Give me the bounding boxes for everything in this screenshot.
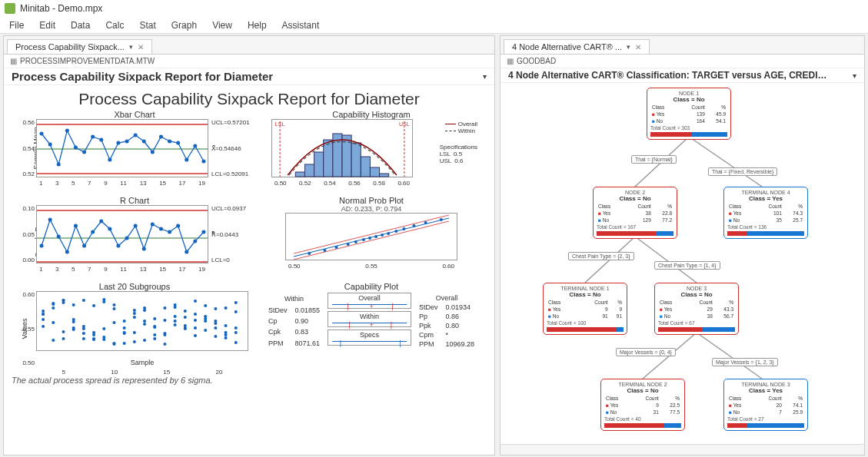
svg-point-57 bbox=[185, 250, 188, 254]
svg-point-172 bbox=[224, 333, 228, 336]
menu-assistant[interactable]: Assistant bbox=[274, 18, 328, 32]
last20-chart: Last 20 Subgroups Values 0.600.550.50 51… bbox=[12, 282, 258, 373]
tab-capability[interactable]: Process Capability Sixpack... ▾ ✕ bbox=[7, 39, 152, 54]
svg-point-140 bbox=[163, 333, 166, 336]
hist-title: Capability Histogram bbox=[264, 110, 479, 119]
worksheet-name: GOODBAD bbox=[517, 57, 556, 65]
cart-title: 4 Node Alternative CART® Classification:… bbox=[508, 70, 831, 81]
svg-point-3 bbox=[40, 132, 44, 136]
svg-point-53 bbox=[151, 223, 155, 227]
menu-graph[interactable]: Graph bbox=[164, 18, 205, 32]
rchart-title: R Chart bbox=[12, 196, 258, 205]
svg-point-51 bbox=[134, 224, 138, 228]
svg-point-171 bbox=[224, 336, 228, 339]
svg-point-56 bbox=[176, 224, 180, 228]
svg-point-155 bbox=[194, 319, 197, 322]
chevron-down-icon[interactable]: ▾ bbox=[129, 43, 133, 51]
menu-data[interactable]: Data bbox=[63, 18, 98, 32]
svg-point-100 bbox=[82, 332, 85, 335]
menu-calc[interactable]: Calc bbox=[98, 18, 131, 32]
node-3[interactable]: NODE 3Class = No ClassCount% ■ Yes2943.3… bbox=[654, 283, 739, 335]
svg-point-17 bbox=[159, 135, 163, 139]
svg-point-142 bbox=[163, 306, 166, 310]
report-dropdown-icon[interactable]: ▾ bbox=[853, 71, 856, 80]
svg-rect-33 bbox=[351, 143, 361, 177]
svg-point-147 bbox=[174, 315, 177, 318]
svg-point-85 bbox=[52, 339, 55, 342]
menu-view[interactable]: View bbox=[205, 18, 240, 32]
svg-rect-36 bbox=[380, 174, 389, 177]
normplot-xticks: 0.500.550.60 bbox=[285, 263, 457, 270]
svg-point-123 bbox=[133, 312, 136, 315]
close-icon[interactable]: ✕ bbox=[138, 43, 144, 51]
normplot-title: Normal Prob Plot bbox=[264, 196, 479, 205]
xbar-title: Xbar Chart bbox=[12, 110, 258, 119]
svg-point-88 bbox=[62, 330, 65, 333]
capplot-strips: Overall|+| Within|+| Specs|| bbox=[328, 293, 411, 349]
menu-edit[interactable]: Edit bbox=[32, 18, 63, 32]
svg-point-9 bbox=[91, 135, 95, 139]
footnote: The actual process spread is represented… bbox=[12, 376, 487, 385]
menu-help[interactable]: Help bbox=[240, 18, 274, 32]
tab-label: Process Capability Sixpack... bbox=[15, 42, 125, 51]
last20-xlabel: Sample bbox=[36, 359, 248, 366]
horizontal-scrollbar[interactable] bbox=[501, 444, 864, 455]
terminal-node-4[interactable]: TERMINAL NODE 4Class = Yes ClassCount% ■… bbox=[723, 187, 808, 239]
node-1[interactable]: NODE 1Class = No ClassCount% ■ Yes13945.… bbox=[647, 88, 731, 140]
svg-point-70 bbox=[374, 235, 377, 238]
svg-line-61 bbox=[294, 215, 449, 253]
svg-point-175 bbox=[234, 326, 238, 330]
chevron-down-icon[interactable]: ▾ bbox=[627, 43, 630, 51]
last20-yticks: 0.600.550.50 bbox=[18, 291, 35, 366]
node-2[interactable]: NODE 2Class = No ClassCount% ■ Yes3822.8… bbox=[593, 187, 677, 239]
svg-point-52 bbox=[142, 247, 146, 251]
svg-point-107 bbox=[92, 338, 95, 341]
terminal-node-2[interactable]: TERMINAL NODE 2Class = No ClassCount% ■ … bbox=[600, 379, 685, 431]
svg-line-181 bbox=[635, 237, 697, 283]
close-icon[interactable]: ✕ bbox=[635, 43, 641, 51]
svg-point-15 bbox=[142, 140, 146, 144]
overall-table: Overall StDev0.01934 Pp0.86 Ppk0.80 Cpm*… bbox=[414, 293, 479, 349]
svg-point-63 bbox=[308, 252, 311, 255]
svg-point-146 bbox=[174, 303, 177, 306]
menu-stat[interactable]: Stat bbox=[131, 18, 163, 32]
svg-point-127 bbox=[133, 316, 136, 319]
titlebar: Minitab - Demo.mpx bbox=[0, 0, 868, 17]
cart-tree[interactable]: NODE 1Class = No ClassCount% ■ Yes13945.… bbox=[501, 83, 864, 444]
svg-point-103 bbox=[92, 304, 95, 307]
svg-line-62 bbox=[294, 221, 449, 260]
svg-point-42 bbox=[57, 235, 61, 239]
svg-line-179 bbox=[689, 137, 762, 187]
r-chart: R Chart Sample Range 0.100.050.00 bbox=[12, 196, 258, 279]
capability-histogram: Capability Histogram LSL USL bbox=[264, 110, 479, 193]
tab-cart[interactable]: 4 Node Alternative CART® ... ▾ ✕ bbox=[504, 39, 650, 54]
svg-point-112 bbox=[102, 300, 105, 303]
tab-strip-left: Process Capability Sixpack... ▾ ✕ bbox=[4, 36, 494, 55]
svg-point-72 bbox=[387, 232, 390, 235]
svg-point-152 bbox=[184, 316, 187, 319]
svg-point-151 bbox=[184, 327, 187, 330]
menu-file[interactable]: File bbox=[2, 18, 32, 32]
last20-title: Last 20 Subgroups bbox=[12, 282, 258, 291]
svg-point-135 bbox=[153, 337, 156, 340]
report-dropdown-icon[interactable]: ▾ bbox=[483, 72, 487, 81]
terminal-node-3[interactable]: TERMINAL NODE 3Class = Yes ClassCount% ■… bbox=[723, 379, 808, 431]
svg-point-157 bbox=[194, 334, 197, 337]
terminal-node-1[interactable]: TERMINAL NODE 1Class = No ClassCount% ■ … bbox=[543, 283, 627, 335]
svg-point-177 bbox=[234, 301, 238, 304]
svg-point-170 bbox=[224, 324, 228, 327]
svg-point-14 bbox=[134, 134, 138, 137]
svg-rect-30 bbox=[324, 140, 333, 177]
svg-point-20 bbox=[185, 158, 188, 162]
svg-point-64 bbox=[323, 249, 326, 252]
svg-point-176 bbox=[234, 331, 238, 334]
xbar-yticks: 0.560.540.52 bbox=[18, 119, 35, 177]
svg-point-59 bbox=[201, 230, 205, 234]
svg-point-82 bbox=[42, 318, 45, 321]
svg-point-76 bbox=[424, 221, 427, 224]
edge-chest-14: Chest Pain Type = {1, 4} bbox=[654, 261, 720, 270]
svg-point-161 bbox=[204, 329, 207, 332]
svg-point-55 bbox=[168, 230, 171, 234]
svg-point-41 bbox=[48, 218, 52, 222]
rchart-yticks: 0.100.050.00 bbox=[18, 205, 35, 263]
